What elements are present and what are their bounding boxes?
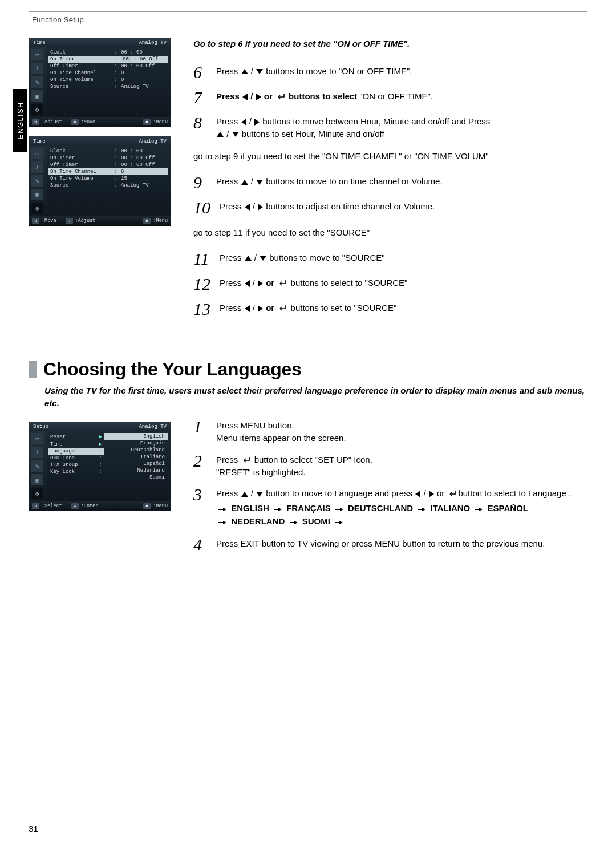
left-icon	[241, 119, 246, 126]
lang-step-2: 2 Press button to select "SET UP" Icon."…	[193, 454, 587, 479]
lang-step-1: 1 Press MENU button.Menu items appear on…	[193, 419, 587, 444]
step-8: 8 Press / buttons to move between Hour, …	[193, 115, 587, 140]
up-icon	[245, 256, 252, 261]
right-icon	[258, 305, 263, 312]
setup-icon	[31, 104, 43, 115]
lang-step-4: 4 Press EXIT button to TV viewing or pre…	[193, 537, 587, 553]
right-icon	[254, 119, 260, 126]
up-icon	[241, 69, 248, 74]
down-icon	[260, 256, 266, 261]
arrow-right-icon	[218, 516, 226, 528]
arrow-right-icon	[274, 503, 282, 515]
up-icon	[241, 492, 248, 497]
step-12: 12 Press / or buttons to select to "SOUR…	[193, 277, 587, 293]
osd-menu-time-channel: Time Analog TV Clock:00 : 00On Timer:00 …	[29, 136, 171, 226]
arrow-right-icon	[218, 503, 226, 515]
step-10: 10 Press / buttons to adjust on time cha…	[193, 200, 587, 216]
down-icon	[256, 492, 263, 497]
channel-icon	[31, 76, 43, 88]
enter-icon	[278, 280, 287, 286]
section-intro: Using the TV for the first time, users m…	[44, 384, 587, 410]
enter-icon	[448, 490, 457, 497]
header-section: Function Setup	[32, 15, 587, 24]
pip-icon	[31, 90, 43, 102]
picture-icon	[31, 148, 43, 159]
step-13: 13 Press / or buttons to set to "SOURCE"	[193, 302, 587, 318]
arrow-right-icon	[335, 516, 343, 528]
left-icon	[415, 491, 420, 497]
picture-icon	[31, 433, 43, 444]
left-icon	[245, 204, 250, 211]
left-icon	[245, 305, 250, 312]
arrow-right-icon	[418, 503, 425, 515]
down-icon	[256, 69, 263, 74]
setup-icon	[31, 488, 43, 499]
step-11: 11 Press / buttons to move to "SOURCE"	[193, 252, 587, 268]
setup-icon	[31, 203, 43, 214]
step-9: 9 Press / buttons to move to on time cha…	[193, 175, 587, 191]
sound-icon	[31, 447, 43, 458]
section-heading: Choosing the Your Languages	[29, 359, 587, 380]
right-icon	[429, 491, 434, 497]
arrow-right-icon	[335, 503, 343, 515]
pip-icon	[31, 189, 43, 200]
note-step11: go to step 11 if you need to set the "SO…	[193, 226, 587, 239]
channel-icon	[31, 460, 43, 472]
lang-step-3: 3 Press / button to move to Language and…	[193, 487, 587, 528]
osd-menu-setup-language: Setup Analog TV Reset▶Time▶Language:OSD …	[29, 422, 171, 511]
language-chain: ENGLISH FRANÇAIS DEUTSCHLAND ITALIANO ES…	[216, 502, 587, 528]
picture-icon	[31, 49, 43, 60]
osd-menu-time-ontimer: Time Analog TV Clock:00 : 00On Timer:00 …	[29, 38, 171, 127]
down-icon	[256, 180, 263, 185]
enter-icon	[242, 456, 251, 463]
note-step9: go to step 9 if you need to set the "ON …	[193, 150, 587, 163]
left-icon	[245, 280, 250, 287]
language-side-tab: ENGLISH	[13, 89, 27, 152]
left-icon	[242, 94, 248, 100]
pip-icon	[31, 474, 43, 485]
enter-icon	[278, 305, 287, 311]
step-7: 7 Press / or buttons to select "ON or OF…	[193, 90, 587, 106]
arrow-right-icon	[290, 516, 298, 528]
up-icon	[217, 132, 224, 137]
right-icon	[258, 280, 263, 287]
page-number: 31	[29, 824, 38, 833]
right-icon	[258, 204, 263, 211]
up-icon	[241, 180, 248, 185]
intro-note: Go to step 6 if you need to set the "ON …	[193, 38, 587, 50]
sound-icon	[31, 63, 43, 74]
enter-icon	[276, 93, 285, 100]
section-bar-icon	[29, 361, 37, 378]
sound-icon	[31, 161, 43, 173]
arrow-right-icon	[475, 503, 483, 515]
right-icon	[256, 94, 261, 100]
down-icon	[232, 132, 239, 137]
channel-icon	[31, 175, 43, 187]
step-6: 6 Press / buttons to move to "ON or OFF …	[193, 65, 587, 81]
